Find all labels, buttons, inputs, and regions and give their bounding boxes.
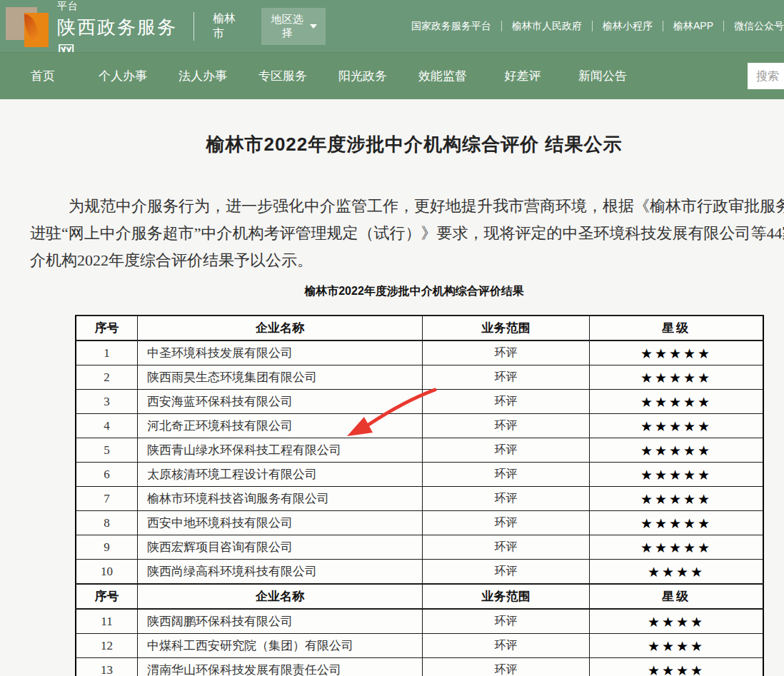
column-header: 企业名称 bbox=[138, 316, 423, 340]
region-selector-label: 地区选择 bbox=[270, 13, 305, 40]
row-number-cell: 11 bbox=[76, 609, 138, 634]
paragraph-line: 进驻“网上中介服务超市”中介机构考评管理规定（试行）》要求，现将评定的中圣环境科… bbox=[30, 220, 784, 247]
business-scope-cell: 环评 bbox=[423, 365, 590, 390]
star-rating-cell: ★★★★ bbox=[590, 634, 764, 658]
company-name-cell: 河北奇正环境科技有限公司 bbox=[138, 414, 423, 438]
business-scope-cell: 环评 bbox=[423, 560, 590, 585]
paragraph-line: 为规范中介服务行为，进一步强化中介监管工作，更好地提升我市营商环境，根据《榆林市… bbox=[30, 193, 784, 220]
column-header: 星级 bbox=[590, 316, 764, 340]
main-nav: 首页个人办事法人办事专区服务阳光政务效能监督好差评新闻公告 bbox=[0, 52, 784, 99]
table-row: 4河北奇正环境科技有限公司环评★★★★★ bbox=[76, 414, 763, 438]
announcement-article: 榆林市2022年度涉批中介机构综合评价 结果公示 为规范中介服务行为，进一步强化… bbox=[0, 132, 784, 676]
row-number-cell: 3 bbox=[76, 390, 138, 414]
business-scope-cell: 环评 bbox=[423, 535, 590, 560]
row-number-cell: 7 bbox=[76, 487, 138, 511]
company-name-cell: 陕西雨昊生态环境集团有限公司 bbox=[138, 365, 423, 390]
link-separator bbox=[663, 21, 663, 31]
row-number-cell: 9 bbox=[76, 535, 138, 560]
paragraph-line: 介机构2022年度综合评价结果予以公示。 bbox=[30, 247, 784, 274]
row-number-cell: 4 bbox=[76, 414, 138, 438]
company-name-cell: 榆林市环境科技咨询服务有限公司 bbox=[138, 487, 423, 511]
star-rating-cell: ★★★★★ bbox=[590, 340, 764, 365]
row-number-cell: 12 bbox=[76, 634, 138, 658]
company-name-cell: 中圣环境科技发展有限公司 bbox=[138, 340, 423, 365]
page: 全国一体化在线政务服务平台 陕西政务服务网 榆林市 地区选择 国家政务服务平台榆… bbox=[0, 0, 784, 676]
table-row: 13渭南华山环保科技发展有限责任公司环评★★★★ bbox=[76, 658, 763, 676]
company-name-cell: 西安海蓝环保科技有限公司 bbox=[138, 390, 423, 414]
business-scope-cell: 环评 bbox=[423, 414, 590, 438]
table-row: 6太原核清环境工程设计有限公司环评★★★★★ bbox=[76, 463, 763, 487]
search-input[interactable] bbox=[748, 63, 784, 89]
chevron-down-icon bbox=[310, 24, 317, 29]
header-link[interactable]: 榆林APP bbox=[673, 20, 713, 33]
link-separator bbox=[592, 21, 593, 31]
business-scope-cell: 环评 bbox=[423, 438, 590, 463]
business-scope-cell: 环评 bbox=[423, 463, 590, 487]
header-link[interactable]: 榆林市人民政府 bbox=[512, 20, 582, 33]
table-row: 12中煤科工西安研究院（集团）有限公司环评★★★★ bbox=[76, 634, 763, 658]
nav-item[interactable]: 首页 bbox=[3, 68, 83, 84]
table-row: 3西安海蓝环保科技有限公司环评★★★★★ bbox=[76, 390, 763, 414]
column-header: 企业名称 bbox=[138, 584, 423, 609]
row-number-cell: 2 bbox=[76, 365, 138, 390]
table-row: 1中圣环境科技发展有限公司环评★★★★★ bbox=[76, 340, 763, 365]
page-title: 榆林市2022年度涉批中介机构综合评价 结果公示 bbox=[0, 132, 784, 157]
row-number-cell: 13 bbox=[76, 658, 138, 676]
nav-item[interactable]: 新闻公告 bbox=[563, 68, 643, 84]
business-scope-cell: 环评 bbox=[423, 340, 590, 365]
star-rating-cell: ★★★★★ bbox=[590, 487, 764, 511]
column-header: 星级 bbox=[590, 584, 764, 609]
business-scope-cell: 环评 bbox=[423, 487, 590, 511]
star-rating-cell: ★★★★★ bbox=[590, 365, 764, 390]
column-header: 序号 bbox=[76, 584, 138, 609]
row-number-cell: 10 bbox=[76, 560, 138, 585]
site-logo-icon bbox=[6, 6, 47, 47]
column-header: 业务范围 bbox=[423, 316, 590, 340]
link-separator bbox=[501, 21, 502, 31]
nav-item[interactable]: 好差评 bbox=[483, 68, 563, 84]
business-scope-cell: 环评 bbox=[423, 609, 590, 634]
company-name-cell: 陕西青山绿水环保科技工程有限公司 bbox=[138, 438, 423, 463]
region-selector-button[interactable]: 地区选择 bbox=[261, 8, 326, 45]
link-separator bbox=[723, 21, 724, 31]
company-name-cell: 中煤科工西安研究院（集团）有限公司 bbox=[138, 634, 423, 658]
star-rating-cell: ★★★★★ bbox=[590, 511, 764, 535]
search-box bbox=[748, 63, 784, 89]
star-rating-cell: ★★★★ bbox=[590, 609, 764, 634]
company-name-cell: 陕西尚绿高科环境科技有限公司 bbox=[138, 560, 423, 585]
table-caption: 榆林市2022年度涉批中介机构综合评价结果 bbox=[0, 284, 784, 299]
star-rating-cell: ★★★★★ bbox=[590, 463, 764, 487]
current-city-label[interactable]: 榆林市 bbox=[213, 11, 242, 41]
table-row: 5陕西青山绿水环保科技工程有限公司环评★★★★★ bbox=[76, 438, 763, 463]
table-header-row: 序号企业名称业务范围星级 bbox=[76, 584, 763, 609]
row-number-cell: 6 bbox=[76, 463, 138, 487]
company-name-cell: 渭南华山环保科技发展有限责任公司 bbox=[138, 658, 423, 676]
platform-tagline: 全国一体化在线政务服务平台 bbox=[57, 0, 178, 13]
table-row: 8西安中地环境科技有限公司环评★★★★★ bbox=[76, 511, 763, 535]
row-number-cell: 1 bbox=[76, 340, 138, 365]
table-row: 11陕西阔鹏环保科技有限公司环评★★★★ bbox=[76, 609, 763, 634]
star-rating-cell: ★★★★★ bbox=[590, 535, 764, 560]
brand-divider bbox=[194, 12, 194, 41]
top-header: 全国一体化在线政务服务平台 陕西政务服务网 榆林市 地区选择 国家政务服务平台榆… bbox=[0, 0, 784, 52]
business-scope-cell: 环评 bbox=[423, 511, 590, 535]
nav-item[interactable]: 阳光政务 bbox=[323, 68, 403, 84]
announcement-paragraph: 为规范中介服务行为，进一步强化中介监管工作，更好地提升我市营商环境，根据《榆林市… bbox=[0, 193, 784, 274]
star-rating-cell: ★★★★ bbox=[590, 560, 764, 585]
nav-items: 首页个人办事法人办事专区服务阳光政务效能监督好差评新闻公告 bbox=[3, 68, 643, 84]
nav-item[interactable]: 效能监督 bbox=[403, 68, 483, 84]
company-name-cell: 陕西宏辉项目咨询有限公司 bbox=[138, 535, 423, 560]
business-scope-cell: 环评 bbox=[423, 634, 590, 658]
star-rating-cell: ★★★★★ bbox=[590, 438, 764, 463]
nav-item[interactable]: 法人办事 bbox=[163, 68, 243, 84]
header-link[interactable]: 国家政务服务平台 bbox=[411, 20, 491, 33]
company-name-cell: 西安中地环境科技有限公司 bbox=[138, 511, 423, 535]
table-row: 7榆林市环境科技咨询服务有限公司环评★★★★★ bbox=[76, 487, 763, 511]
table-row: 9陕西宏辉项目咨询有限公司环评★★★★★ bbox=[76, 535, 763, 560]
header-link[interactable]: 微信公众号 bbox=[734, 20, 784, 33]
header-links: 国家政务服务平台榆林市人民政府榆林小程序榆林APP微信公众号 bbox=[411, 20, 784, 33]
nav-item[interactable]: 专区服务 bbox=[243, 68, 323, 84]
column-header: 业务范围 bbox=[423, 584, 590, 609]
header-link[interactable]: 榆林小程序 bbox=[603, 20, 653, 33]
nav-item[interactable]: 个人办事 bbox=[83, 68, 163, 84]
